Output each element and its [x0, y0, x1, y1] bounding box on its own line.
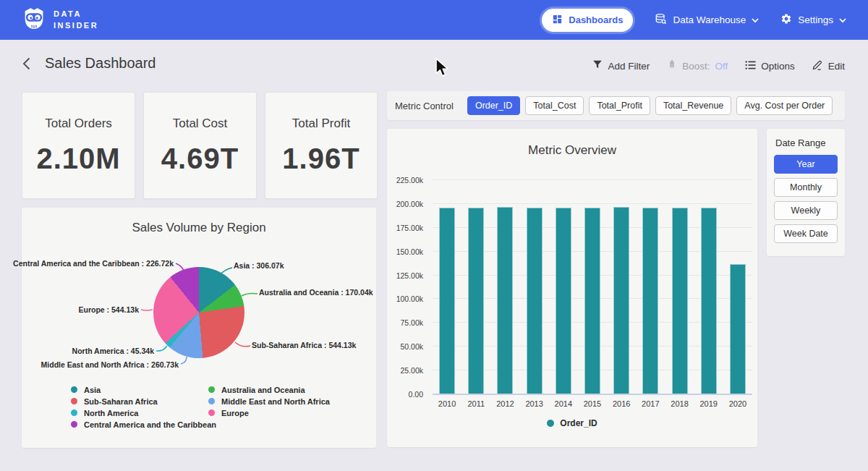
y-axis-tick: 25.00k — [387, 366, 423, 375]
gridline — [433, 203, 752, 204]
metric-chip-avg-cost-per-order[interactable]: Avg. Cost per Order — [736, 96, 833, 115]
legend-dot — [208, 386, 215, 393]
nav-dashboards-button[interactable]: Dashboards — [542, 9, 633, 32]
legend-dot — [71, 386, 77, 393]
boost-state: Off — [715, 61, 728, 72]
pie-legend-item-central-america-and-the-caribbean: Central America and the Caribbean — [71, 420, 216, 428]
legend-dot — [71, 410, 77, 416]
legend-label: North America — [84, 409, 138, 417]
header-actions: Add Filter Boost: Off Options — [592, 59, 845, 72]
pie-legend-item-europe: Europe — [208, 409, 330, 417]
legend-label: Order_ID — [560, 418, 597, 428]
metric-chip-order-id[interactable]: Order_ID — [467, 96, 520, 115]
gridline — [433, 179, 752, 180]
pie-label-sub-saharan-africa: Sub-Saharan Africa : 544.13k — [252, 341, 356, 349]
y-axis-tick: 150.00k — [387, 247, 423, 256]
bar-2017[interactable] — [642, 208, 658, 394]
gear-icon — [780, 13, 792, 27]
metric-overview-chart: Metric Overview 0.0025.00k50.00k75.00k10… — [387, 129, 757, 447]
nav-data-warehouse-label: Data Warehouse — [673, 14, 746, 25]
funnel-icon — [592, 59, 603, 72]
x-axis-tick: 2011 — [460, 399, 492, 408]
date-range-weekly[interactable]: Weekly — [774, 201, 838, 220]
pie-legend-item-middle-east-and-north-africa: Middle East and North Africa — [208, 397, 330, 405]
x-axis-tick: 2019 — [693, 399, 725, 408]
options-button[interactable]: Options — [745, 60, 795, 72]
boost-toggle[interactable]: Boost: Off — [667, 59, 728, 72]
bar-plot-area — [433, 179, 752, 394]
chevron-down-icon — [839, 14, 846, 25]
legend-label: Middle East and North Africa — [221, 397, 330, 406]
pie-chart-title: Sales Volume by Region — [22, 221, 376, 235]
y-axis-tick: 200.00k — [387, 200, 423, 208]
legend-label: Sub-Saharan Africa — [84, 397, 158, 406]
date-range-week-date[interactable]: Week Date — [774, 224, 838, 243]
pie-label-australia-and-oceania: Australia and Oceania : 170.04k — [259, 288, 373, 297]
y-axis-tick: 0.00 — [387, 390, 423, 399]
legend-label: Europe — [221, 409, 249, 417]
pie-legend-item-sub-saharan-africa: Sub-Saharan Africa — [71, 397, 216, 405]
rocket-icon — [667, 59, 677, 72]
kpi-label: Total Orders — [45, 116, 112, 131]
pie-legend-item-asia: Asia — [71, 386, 216, 394]
date-range-monthly[interactable]: Monthly — [774, 178, 838, 197]
legend-dot — [71, 421, 77, 428]
mouse-cursor — [435, 58, 451, 80]
kpi-value: 1.96T — [282, 143, 359, 175]
bar-2010[interactable] — [439, 208, 455, 394]
pie-legend-item-australia-and-oceania: Australia and Oceania — [208, 386, 330, 394]
page-header: Sales Dashboard — [19, 55, 156, 72]
dashboard-grid-icon — [552, 14, 563, 27]
nav-settings-label: Settings — [798, 14, 833, 25]
x-axis-tick: 2016 — [605, 399, 637, 408]
bar-2011[interactable] — [468, 208, 484, 394]
bar-2014[interactable] — [556, 208, 571, 394]
pie-label-north-america: North America : 45.34k — [72, 347, 154, 355]
date-range-year[interactable]: Year — [774, 155, 838, 174]
sales-volume-chart: Sales Volume by Region Asia : 306.07kAus… — [22, 208, 376, 448]
pie-label-europe: Europe : 544.13k — [79, 305, 139, 314]
nav-settings-button[interactable]: Settings — [780, 13, 846, 27]
x-axis-tick: 2020 — [722, 399, 754, 408]
date-range-panel: Date Range YearMonthlyWeeklyWeek Date — [767, 129, 845, 256]
y-axis-tick: 225.00k — [387, 176, 423, 184]
nav-dashboards-label: Dashboards — [569, 14, 623, 25]
metric-chip-total-profit[interactable]: Total_Profit — [589, 96, 650, 115]
database-icon — [655, 13, 667, 27]
kpi-label: Total Cost — [173, 116, 228, 131]
legend-dot — [208, 410, 215, 416]
legend-label: Central America and the Caribbean — [84, 420, 216, 429]
x-axis-tick: 2013 — [519, 399, 550, 408]
y-axis-tick: 100.00k — [387, 294, 423, 303]
nav-data-warehouse-button[interactable]: Data Warehouse — [655, 13, 759, 27]
kpi-value: 2.10M — [36, 143, 120, 175]
pie-label-middle-east-and-north-africa: Middle East and North Africa : 260.73k — [41, 360, 179, 369]
bar-2015[interactable] — [584, 208, 600, 394]
bar-2012[interactable] — [497, 207, 513, 394]
edit-button[interactable]: Edit — [812, 59, 845, 72]
bar-2016[interactable] — [613, 207, 629, 394]
brand-name: DATA INSIDER — [54, 9, 98, 31]
page-title: Sales Dashboard — [45, 55, 156, 72]
pie-label-central-america-and-the-caribbean: Central America and the Caribbean : 226.… — [13, 259, 174, 268]
metric-control-label: Metric Control — [395, 101, 454, 111]
add-filter-button[interactable]: Add Filter — [592, 59, 650, 72]
x-axis-tick: 2014 — [548, 399, 579, 408]
x-axis-tick: 2017 — [634, 399, 666, 408]
kpi-card-total-profit: Total Profit 1.96T — [265, 92, 378, 199]
bar-2018[interactable] — [672, 208, 688, 394]
top-navbar: DATA INSIDER Dashboards Data Wareho — [0, 0, 868, 40]
x-axis-tick: 2010 — [431, 399, 463, 408]
y-axis-tick: 50.00k — [387, 342, 423, 351]
metric-chip-total-cost[interactable]: Total_Cost — [525, 96, 584, 115]
bar-chart-legend: Order_ID — [387, 418, 757, 428]
back-button[interactable] — [19, 56, 33, 71]
kpi-value: 4.69T — [161, 143, 239, 175]
pie-chart[interactable] — [153, 267, 244, 358]
bar-2013[interactable] — [527, 208, 542, 394]
metric-chip-total-revenue[interactable]: Total_Revenue — [655, 96, 731, 115]
bar-2019[interactable] — [701, 208, 717, 394]
bar-2020[interactable] — [730, 264, 746, 394]
legend-dot — [547, 420, 554, 427]
date-range-label: Date Range — [775, 137, 838, 148]
